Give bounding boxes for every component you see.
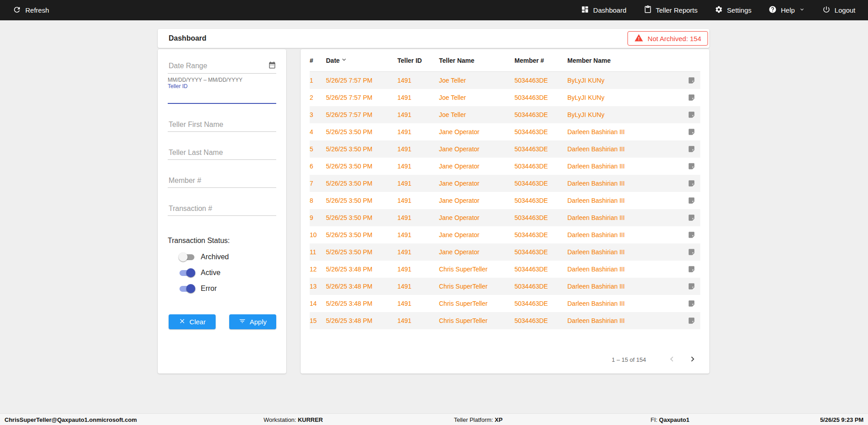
nav-settings[interactable]: Settings [714, 3, 752, 18]
cell-teller-id: 1491 [397, 163, 439, 170]
toggle-archived[interactable]: Archived [179, 252, 276, 262]
column-header-num: # [310, 57, 326, 64]
cell-member-number: 5034463DE [514, 248, 567, 256]
table-row[interactable]: 9 5/26/25 3:50 PM 1491 Jane Operator 503… [310, 209, 700, 226]
transaction-number-field [168, 201, 276, 216]
close-icon [179, 318, 186, 326]
cell-member-number: 5034463DE [514, 214, 567, 221]
teller-last-name-field [168, 145, 276, 160]
note-icon[interactable] [688, 265, 700, 273]
table-row[interactable]: 14 5/26/25 3:48 PM 1491 Chris SuperTelle… [310, 295, 700, 312]
column-header-teller-id[interactable]: Teller ID [397, 57, 439, 64]
cell-row-number: 3 [310, 111, 326, 118]
table-row[interactable]: 13 5/26/25 3:48 PM 1491 Chris SuperTelle… [310, 278, 700, 295]
logged-in-user: ChrisSuperTeller@Qaxpauto1.onmicrosoft.c… [5, 416, 137, 423]
note-icon[interactable] [688, 231, 700, 239]
toggle-error[interactable]: Error [179, 284, 276, 294]
cell-member-name: Darleen Bashirian III [567, 145, 688, 153]
apply-button-label: Apply [250, 318, 267, 326]
fi-info: FI: Qaxpauto1 [651, 416, 689, 423]
note-icon[interactable] [688, 196, 700, 205]
note-icon[interactable] [688, 145, 700, 153]
table-row[interactable]: 15 5/26/25 3:48 PM 1491 Chris SuperTelle… [310, 312, 700, 329]
teller-id-field: Teller ID [168, 83, 276, 104]
note-icon[interactable] [688, 111, 700, 119]
column-header-teller-name[interactable]: Teller Name [439, 57, 514, 64]
teller-platform-value: XP [495, 416, 502, 423]
cell-member-name: Darleen Bashirian III [567, 214, 688, 221]
nav-help[interactable]: Help [768, 3, 806, 18]
nav-logout[interactable]: Logout [821, 3, 856, 18]
nav-dashboard[interactable]: Dashboard [580, 3, 627, 18]
teller-first-name-input[interactable] [168, 117, 276, 132]
cell-teller-name: Joe Teller [439, 94, 514, 101]
filter-actions: Clear Apply [168, 314, 276, 329]
table-row[interactable]: 7 5/26/25 3:50 PM 1491 Jane Operator 503… [310, 175, 700, 192]
table-row[interactable]: 3 5/26/25 7:57 PM 1491 Joe Teller 503446… [310, 106, 700, 123]
table-row[interactable]: 8 5/26/25 3:50 PM 1491 Jane Operator 503… [310, 192, 700, 209]
cell-teller-name: Jane Operator [439, 197, 514, 204]
apply-button[interactable]: Apply [229, 314, 276, 329]
cell-row-number: 12 [310, 266, 326, 273]
table-row[interactable]: 6 5/26/25 3:50 PM 1491 Jane Operator 503… [310, 158, 700, 175]
note-icon[interactable] [688, 93, 700, 102]
cell-teller-id: 1491 [397, 197, 439, 204]
cell-teller-name: Chris SuperTeller [439, 300, 514, 307]
cell-member-name: Darleen Bashirian III [567, 266, 688, 273]
help-icon [769, 5, 777, 15]
transaction-number-input[interactable] [168, 201, 276, 216]
nav-teller-reports[interactable]: Teller Reports [643, 3, 699, 18]
cell-row-number: 10 [310, 231, 326, 238]
table-row[interactable]: 4 5/26/25 3:50 PM 1491 Jane Operator 503… [310, 123, 700, 140]
table-row[interactable]: 12 5/26/25 3:48 PM 1491 Chris SuperTelle… [310, 261, 700, 278]
teller-first-name-field [168, 117, 276, 132]
table-row[interactable]: 2 5/26/25 7:57 PM 1491 Joe Teller 503446… [310, 89, 700, 106]
cell-date: 5/26/25 3:50 PM [326, 214, 397, 221]
table-row[interactable]: 10 5/26/25 3:50 PM 1491 Jane Operator 50… [310, 226, 700, 243]
cell-member-number: 5034463DE [514, 94, 567, 101]
status-bar: ChrisSuperTeller@Qaxpauto1.onmicrosoft.c… [0, 413, 868, 425]
calendar-button[interactable] [268, 61, 276, 70]
next-page-button[interactable] [686, 352, 699, 367]
cell-date: 5/26/25 3:50 PM [326, 231, 397, 238]
note-icon[interactable] [688, 282, 700, 290]
note-icon[interactable] [688, 248, 700, 256]
table-row[interactable]: 5 5/26/25 3:50 PM 1491 Jane Operator 503… [310, 140, 700, 158]
column-header-member-name[interactable]: Member Name [567, 57, 688, 64]
teller-id-input[interactable] [168, 89, 276, 104]
note-icon[interactable] [688, 179, 700, 187]
clear-button[interactable]: Clear [169, 314, 216, 329]
column-header-member-num[interactable]: Member # [514, 57, 567, 64]
cell-row-number: 4 [310, 128, 326, 135]
note-icon[interactable] [688, 317, 700, 325]
cell-date: 5/26/25 3:50 PM [326, 248, 397, 256]
cell-date: 5/26/25 7:57 PM [326, 94, 397, 101]
cell-row-number: 5 [310, 145, 326, 153]
cell-date: 5/26/25 3:50 PM [326, 163, 397, 170]
table-row[interactable]: 1 5/26/25 7:57 PM 1491 Joe Teller 503446… [310, 72, 700, 89]
table-row[interactable]: 11 5/26/25 3:50 PM 1491 Jane Operator 50… [310, 243, 700, 261]
teller-last-name-input[interactable] [168, 145, 276, 160]
note-icon[interactable] [688, 128, 700, 136]
note-icon[interactable] [688, 76, 700, 84]
refresh-button[interactable]: Refresh [12, 3, 50, 18]
note-icon[interactable] [688, 162, 700, 170]
toggle-active-switch [179, 268, 195, 277]
cell-member-number: 5034463DE [514, 300, 567, 307]
toggle-archived-switch [179, 252, 195, 262]
topbar: Refresh Dashboard Teller Reports Setting… [0, 0, 868, 20]
cell-date: 5/26/25 3:50 PM [326, 145, 397, 153]
previous-page-button[interactable] [665, 352, 679, 367]
note-icon[interactable] [688, 214, 700, 222]
note-icon[interactable] [688, 299, 700, 308]
cell-member-number: 5034463DE [514, 317, 567, 324]
cell-teller-name: Jane Operator [439, 163, 514, 170]
date-range-input[interactable] [168, 61, 268, 70]
member-number-input[interactable] [168, 173, 276, 188]
cell-teller-id: 1491 [397, 180, 439, 187]
warning-triangle-icon [634, 33, 643, 44]
column-header-date[interactable]: Date [326, 56, 397, 65]
toggle-active[interactable]: Active [179, 268, 276, 278]
cell-teller-name: Chris SuperTeller [439, 317, 514, 324]
cell-member-name: Darleen Bashirian III [567, 197, 688, 204]
